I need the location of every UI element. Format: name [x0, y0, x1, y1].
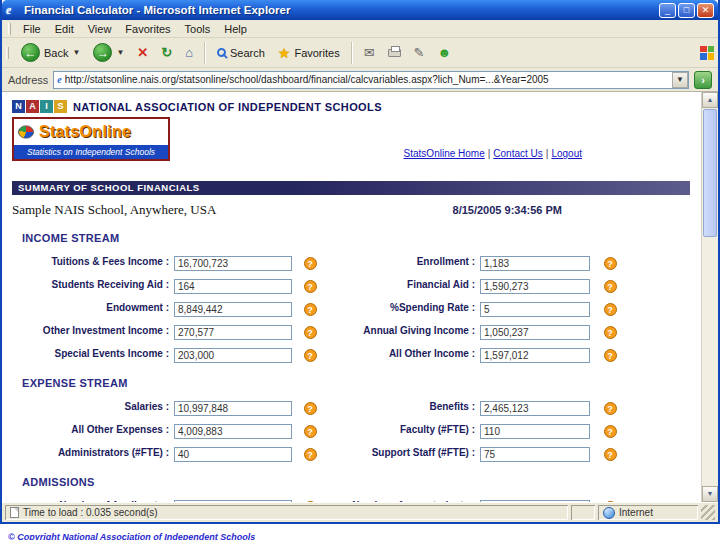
favorites-button[interactable]: ★ Favorites: [273, 43, 345, 63]
menu-edit[interactable]: Edit: [49, 22, 80, 36]
field-input[interactable]: [480, 325, 590, 340]
help-icon[interactable]: ?: [304, 326, 317, 339]
search-icon: [217, 48, 226, 57]
menu-view[interactable]: View: [82, 22, 118, 36]
help-icon[interactable]: ?: [304, 448, 317, 461]
field-input[interactable]: [480, 447, 590, 462]
address-field: e ▼: [53, 71, 689, 89]
field-label: Special Events Income :: [36, 348, 174, 361]
link-logout[interactable]: Logout: [551, 148, 582, 159]
address-dropdown-icon[interactable]: ▼: [672, 72, 688, 88]
field-input[interactable]: [174, 424, 292, 439]
stop-button[interactable]: ✕: [132, 44, 153, 61]
help-icon[interactable]: ?: [304, 501, 317, 502]
print-icon: [388, 49, 401, 57]
help-icon[interactable]: ?: [604, 326, 617, 339]
edit-button[interactable]: ✎: [409, 44, 430, 61]
menu-bar: File Edit View Favorites Tools Help: [2, 20, 718, 38]
titlebar: e Financial Calculator - Microsoft Inter…: [2, 0, 718, 20]
field-input[interactable]: [480, 348, 590, 363]
toolbar-grip: [6, 47, 9, 59]
field-input[interactable]: [174, 447, 292, 462]
help-icon[interactable]: ?: [304, 303, 317, 316]
forward-button[interactable]: → ▼: [88, 41, 129, 64]
section-title: INCOME STREAM: [22, 232, 690, 244]
back-button[interactable]: ← Back ▼: [16, 41, 85, 64]
scroll-down-icon[interactable]: ▼: [702, 486, 718, 502]
field-label: Tuitions & Fees Income :: [36, 256, 174, 269]
refresh-button[interactable]: ↻: [156, 44, 177, 61]
help-icon[interactable]: ?: [304, 349, 317, 362]
menu-file[interactable]: File: [17, 22, 47, 36]
address-input[interactable]: [65, 73, 672, 87]
field-input[interactable]: [480, 401, 590, 416]
field-label: Support Staff (#FTE) :: [328, 447, 480, 460]
forward-dropdown-icon[interactable]: ▼: [116, 48, 124, 57]
minimize-button[interactable]: _: [659, 3, 676, 18]
back-dropdown-icon[interactable]: ▼: [72, 48, 80, 57]
statsonline-logo-text: StatsOnline: [39, 123, 131, 141]
field-input[interactable]: [174, 279, 292, 294]
help-icon[interactable]: ?: [604, 257, 617, 270]
menu-help[interactable]: Help: [218, 22, 253, 36]
field-label: All Other Income :: [328, 348, 480, 361]
field-input[interactable]: [480, 256, 590, 271]
help-icon[interactable]: ?: [604, 501, 617, 502]
search-button[interactable]: Search: [212, 45, 270, 61]
home-button[interactable]: ⌂: [180, 44, 198, 61]
stop-icon: ✕: [137, 46, 148, 59]
toolbar-grip: [8, 23, 11, 35]
field-input[interactable]: [480, 302, 590, 317]
scroll-up-icon[interactable]: ▲: [702, 92, 718, 108]
status-zone: Internet: [619, 507, 653, 518]
favorites-label: Favorites: [294, 47, 339, 59]
nav-links: StatsOnline Home|Contact Us|Logout: [404, 148, 582, 161]
messenger-button[interactable]: ☻: [432, 44, 456, 61]
field-input[interactable]: [480, 424, 590, 439]
field-label: Number of new students :: [328, 500, 480, 502]
pie-chart-icon: [18, 125, 34, 138]
help-icon[interactable]: ?: [604, 425, 617, 438]
maximize-button[interactable]: □: [678, 3, 695, 18]
form-area: INCOME STREAMTuitions & Fees Income :?En…: [36, 232, 690, 502]
field-input[interactable]: [174, 500, 292, 502]
scrollbar-thumb[interactable]: [703, 109, 717, 237]
field-input[interactable]: [480, 500, 590, 502]
close-button[interactable]: ✕: [697, 3, 714, 18]
mail-button[interactable]: ✉: [359, 44, 380, 61]
nais-logo: N A I S: [12, 100, 67, 113]
resize-grip[interactable]: [701, 505, 715, 520]
mail-icon: ✉: [364, 46, 375, 59]
field-label: Salaries :: [36, 401, 174, 414]
favorites-star-icon: ★: [278, 45, 291, 61]
nais-letter: S: [54, 100, 67, 113]
help-icon[interactable]: ?: [304, 402, 317, 415]
go-button[interactable]: ›: [694, 71, 712, 89]
help-icon[interactable]: ?: [304, 280, 317, 293]
help-icon[interactable]: ?: [304, 425, 317, 438]
help-icon[interactable]: ?: [604, 303, 617, 316]
field-input[interactable]: [174, 401, 292, 416]
help-icon[interactable]: ?: [304, 257, 317, 270]
print-button[interactable]: [383, 47, 406, 59]
address-bar: Address e ▼ ›: [2, 68, 718, 92]
menu-favorites[interactable]: Favorites: [119, 22, 176, 36]
field-input[interactable]: [174, 302, 292, 317]
status-text: Time to load : 0.035 second(s): [23, 507, 158, 518]
field-input[interactable]: [174, 348, 292, 363]
field-input[interactable]: [174, 256, 292, 271]
back-label: Back: [44, 47, 68, 59]
help-icon[interactable]: ?: [604, 448, 617, 461]
internet-globe-icon: [603, 507, 615, 519]
help-icon[interactable]: ?: [604, 349, 617, 362]
vertical-scrollbar[interactable]: ▲ ▼: [701, 92, 718, 502]
menu-tools[interactable]: Tools: [179, 22, 217, 36]
help-icon[interactable]: ?: [604, 280, 617, 293]
field-input[interactable]: [480, 279, 590, 294]
link-statsonline-home[interactable]: StatsOnline Home: [404, 148, 485, 159]
edit-icon: ✎: [414, 46, 425, 59]
link-contact-us[interactable]: Contact Us: [493, 148, 542, 159]
help-icon[interactable]: ?: [604, 402, 617, 415]
link-separator: |: [546, 148, 549, 159]
field-input[interactable]: [174, 325, 292, 340]
